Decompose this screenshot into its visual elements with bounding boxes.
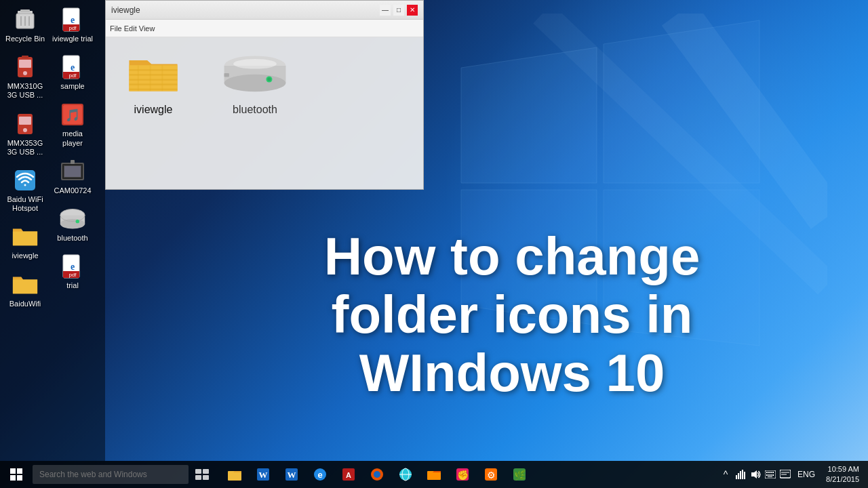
desktop-icon-media-player[interactable]: 🎵 media player	[49, 98, 96, 150]
close-button[interactable]: ✕	[407, 5, 418, 16]
svg-point-14	[23, 128, 27, 132]
taskbar-acrobat[interactable]: A	[335, 461, 362, 488]
svg-rect-32	[71, 160, 75, 164]
window-controls: — □ ✕	[380, 5, 418, 16]
taskbar-gear-icon[interactable]: ⚙	[477, 461, 505, 488]
svg-rect-90	[742, 470, 743, 479]
desktop-icon-recycle-bin[interactable]: Recycle Bin	[1, 3, 49, 46]
taskbar-folder-colored[interactable]	[420, 461, 448, 488]
iviewgle-folder-large-label: iviewgle	[134, 104, 173, 116]
svg-rect-65	[203, 475, 209, 480]
baiduwifi2-label: BaiduWifi	[9, 300, 41, 308]
desktop-icon-bluetooth-drive[interactable]: bluetooth	[49, 203, 96, 245]
desktop-icon-baidu-wifi[interactable]: Baidu WiFiHotspot	[1, 164, 49, 216]
iviewgle-trial-icon: e pdf	[59, 6, 86, 33]
desktop-icon-baiduwifi2[interactable]: BaiduWifi	[1, 268, 49, 311]
taskbar-apps: W W e A	[221, 461, 533, 488]
svg-rect-89	[740, 471, 741, 479]
maximize-button[interactable]: □	[393, 5, 404, 16]
taskbar: W W e A	[0, 461, 868, 488]
svg-rect-3	[20, 9, 30, 12]
explorer-toolbar-text: File Edit View	[110, 24, 155, 33]
svg-text:e: e	[71, 15, 75, 25]
overlay-line1: How to change	[324, 228, 701, 286]
svg-text:pdf: pdf	[68, 272, 77, 278]
bluetooth-drive-large-label: bluetooth	[233, 104, 277, 116]
explorer-titlebar: iviewgle — □ ✕	[106, 1, 423, 20]
tray-message[interactable]	[778, 461, 792, 488]
svg-rect-100	[772, 474, 774, 476]
desktop-icon-cam00724[interactable]: CAM00724	[49, 155, 96, 198]
explorer-window: iviewgle — □ ✕ File Edit View	[105, 0, 424, 190]
desktop-icon-iviewgle-trial[interactable]: e pdf iviewgle trial	[49, 3, 96, 46]
overlay-line2: folder icons in	[324, 286, 701, 344]
desktop-icons-col2: e pdf iviewgle trial e pdf sample	[49, 0, 96, 296]
svg-text:A: A	[346, 471, 351, 479]
windows-logo-icon	[10, 468, 22, 481]
desktop: Recycle Bin MMX310G3G USB ...	[0, 0, 868, 488]
cam00724-icon	[59, 158, 86, 185]
svg-text:pdf: pdf	[68, 73, 77, 79]
explorer-title-text: iviewgle	[111, 5, 140, 15]
svg-rect-99	[770, 474, 772, 476]
task-view-button[interactable]	[189, 461, 216, 488]
mmx353g-label: MMX353G3G USB ...	[7, 139, 43, 157]
iviewgle-folder-large[interactable]: iviewgle	[126, 51, 180, 116]
svg-rect-11	[22, 56, 28, 58]
svg-rect-58	[10, 468, 16, 474]
tray-keyboard[interactable]	[764, 461, 777, 488]
svg-rect-88	[738, 473, 739, 479]
svg-rect-91	[744, 472, 745, 479]
taskbar-globe[interactable]	[392, 461, 419, 488]
desktop-icon-iviewgle-folder[interactable]: iviewgle	[1, 220, 49, 263]
taskbar-word[interactable]: W	[250, 461, 277, 488]
svg-rect-9	[19, 60, 31, 68]
svg-rect-97	[766, 474, 768, 476]
desktop-icon-mmx353g[interactable]: MMX353G3G USB ...	[1, 108, 49, 159]
svg-rect-66	[228, 471, 241, 481]
search-input[interactable]	[33, 465, 189, 484]
start-button[interactable]	[0, 461, 33, 488]
svg-rect-61	[17, 475, 22, 481]
svg-point-54	[233, 59, 277, 69]
taskbar-file-explorer[interactable]	[221, 461, 248, 488]
svg-rect-62	[195, 469, 201, 474]
svg-text:e: e	[71, 62, 75, 73]
svg-rect-93	[766, 472, 768, 473]
tray-network[interactable]	[734, 461, 747, 488]
taskbar-word2[interactable]: W	[278, 461, 305, 488]
explorer-toolbar: File Edit View	[106, 20, 423, 37]
mmx310g-label: MMX310G3G USB ...	[7, 82, 43, 100]
taskbar-firefox[interactable]	[363, 461, 391, 488]
baiduwifi2-icon	[12, 271, 39, 298]
tray-chevron[interactable]: ^	[719, 461, 732, 488]
system-clock[interactable]: 10:59 AM 8/21/2015	[821, 464, 865, 485]
overlay-text: How to change folder icons in WIndows 10	[324, 228, 701, 402]
svg-text:⚙: ⚙	[487, 470, 496, 481]
svg-rect-60	[10, 475, 16, 481]
svg-rect-94	[768, 472, 770, 473]
svg-rect-57	[224, 73, 229, 77]
explorer-content: iviewgle bluetooth	[106, 37, 423, 129]
mmx310g-icon	[12, 54, 39, 81]
desktop-icon-mmx310g[interactable]: MMX310G3G USB ...	[1, 51, 49, 102]
svg-point-10	[23, 71, 27, 75]
svg-rect-96	[772, 472, 774, 473]
desktop-icon-sample[interactable]: e pdf sample	[49, 51, 96, 94]
tray-volume[interactable]	[749, 461, 762, 488]
taskbar-right: ^	[719, 461, 868, 488]
taskbar-ie[interactable]: e	[307, 461, 334, 488]
taskbar-leaf-icon[interactable]: 🌿	[506, 461, 533, 488]
bluetooth-drive-label: bluetooth	[57, 234, 87, 243]
svg-text:W: W	[288, 470, 296, 480]
svg-rect-102	[780, 470, 791, 478]
desktop-icon-trial[interactable]: e pdf trial	[49, 250, 96, 293]
minimize-button[interactable]: —	[380, 5, 391, 16]
svg-point-53	[224, 75, 286, 92]
svg-point-35	[60, 219, 85, 229]
bluetooth-drive-large[interactable]: bluetooth	[221, 54, 289, 116]
sample-label: sample	[60, 82, 84, 91]
clock-time: 10:59 AM	[826, 464, 859, 474]
iviewgle-folder-label: iviewgle	[12, 251, 38, 260]
taskbar-fist-icon[interactable]: ✊	[449, 461, 476, 488]
